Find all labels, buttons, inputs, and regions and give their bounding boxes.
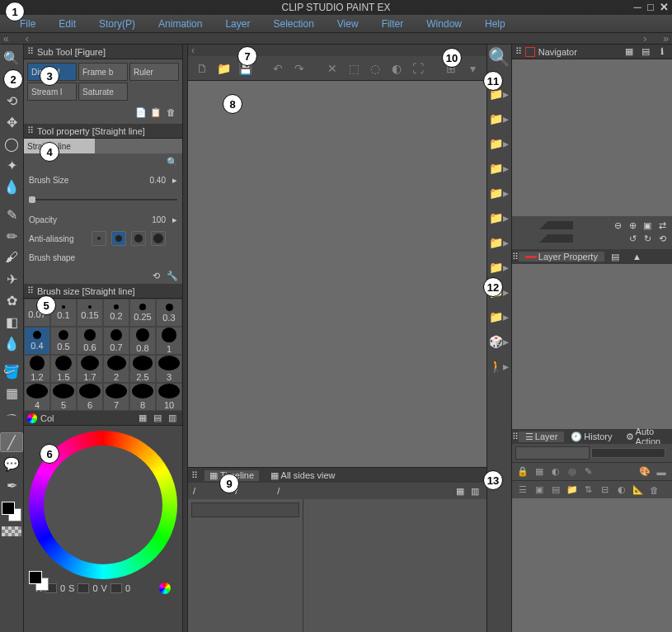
navigator-panel-header[interactable]: ⠿ Navigator ▦ ▤ ℹ bbox=[512, 45, 672, 59]
qa-material-icon[interactable]: 📁▸ bbox=[487, 208, 510, 228]
maximize-button[interactable]: □ bbox=[644, 0, 657, 13]
blend-mode-dropdown[interactable] bbox=[515, 446, 590, 460]
transfer-icon[interactable]: ⇅ bbox=[581, 483, 596, 498]
canvas-area[interactable] bbox=[188, 81, 486, 467]
move-tool-icon[interactable]: ✥ bbox=[0, 112, 23, 132]
marquee-tool-icon[interactable]: ◯ bbox=[0, 134, 23, 153]
subtool-ruler[interactable]: Ruler bbox=[129, 63, 179, 81]
brush-size-cell[interactable]: 5 bbox=[50, 383, 77, 411]
brush-size-cell[interactable]: 0.2 bbox=[103, 299, 129, 327]
correct-tool-icon[interactable]: ✒ bbox=[0, 475, 23, 495]
clear-icon[interactable]: ✕ bbox=[323, 59, 341, 78]
qa-pose-icon[interactable]: 🚶▸ bbox=[487, 356, 510, 376]
chevron-left-icon[interactable]: ‹ bbox=[191, 45, 195, 56]
color-tab-icon[interactable]: ▥ bbox=[166, 412, 179, 425]
wrench-icon[interactable]: 🔧 bbox=[166, 269, 179, 282]
qa-3d-icon[interactable]: 🎲▸ bbox=[487, 332, 510, 351]
draft-icon[interactable]: ✎ bbox=[581, 465, 596, 479]
lock-pixel-icon[interactable]: ▦ bbox=[532, 465, 547, 479]
zoom-in-icon[interactable]: ⊕ bbox=[626, 219, 639, 232]
open-file-icon[interactable]: 📁 bbox=[214, 59, 233, 78]
rotate-cw-icon[interactable]: ↻ bbox=[641, 232, 654, 245]
menu-view[interactable]: View bbox=[326, 18, 370, 30]
menu-icon[interactable]: ▾ bbox=[463, 59, 482, 78]
rotate-slider[interactable] bbox=[515, 234, 573, 243]
brush-size-slider[interactable] bbox=[29, 199, 177, 200]
brush-size-row[interactable]: Brush Size 0.40 ▸ bbox=[24, 170, 182, 190]
brush-size-cell[interactable]: 0.25 bbox=[129, 299, 156, 327]
subtool-frame-border[interactable]: Frame b bbox=[78, 63, 128, 81]
brush-size-cell[interactable]: 0.15 bbox=[77, 299, 103, 327]
subtool-delete-icon[interactable]: 🗑 bbox=[164, 106, 177, 119]
brush-size-cell[interactable]: 7 bbox=[103, 383, 129, 411]
layerprop-tab[interactable]: Layer Property bbox=[519, 252, 604, 262]
new-file-icon[interactable]: 🗋 bbox=[193, 59, 211, 78]
stepper-icon[interactable]: ▸ bbox=[172, 175, 177, 186]
menu-edit[interactable]: Edit bbox=[47, 18, 87, 30]
decoration-tool-icon[interactable]: ✿ bbox=[0, 290, 23, 310]
chevron-left-icon[interactable]: « bbox=[3, 33, 9, 45]
minimize-button[interactable]: ─ bbox=[631, 0, 644, 13]
wand-tool-icon[interactable]: ✦ bbox=[0, 155, 23, 175]
s-value[interactable] bbox=[78, 583, 89, 593]
brush-size-cell[interactable]: 1 bbox=[156, 327, 182, 355]
flip-icon[interactable]: ⇄ bbox=[656, 219, 669, 232]
brush-size-cell[interactable]: 3 bbox=[156, 355, 182, 383]
nav-tab-icon[interactable]: ▤ bbox=[639, 45, 652, 59]
figure-tool-icon[interactable]: ╱ bbox=[0, 432, 23, 452]
invert-icon[interactable]: ◐ bbox=[388, 59, 406, 78]
stepper-icon[interactable]: ▸ bbox=[172, 215, 177, 225]
layer-tab[interactable]: ☰ Layer bbox=[519, 432, 565, 442]
color-mode-icon[interactable] bbox=[159, 582, 171, 594]
transparent-swatch[interactable] bbox=[2, 526, 21, 536]
brush-size-cell[interactable]: 8 bbox=[129, 383, 156, 411]
menu-help[interactable]: Help bbox=[473, 18, 517, 30]
brush-size-cell[interactable]: 2.5 bbox=[129, 355, 156, 383]
deselect-icon[interactable]: ◌ bbox=[366, 59, 384, 78]
new-folder-icon[interactable]: 📁 bbox=[565, 483, 580, 498]
brush-size-cell[interactable]: 0.7 bbox=[103, 327, 129, 355]
color-tab-icon[interactable]: ▦ bbox=[136, 412, 149, 425]
select-all-icon[interactable]: ⬚ bbox=[345, 59, 363, 78]
aa-option-strong[interactable] bbox=[151, 231, 166, 246]
qa-material-icon[interactable]: 📁▸ bbox=[487, 307, 510, 327]
quick-access-icon[interactable]: 🔍 bbox=[487, 48, 510, 68]
magnifier-tool-icon[interactable]: 🔍 bbox=[0, 48, 23, 68]
chevron-right-icon[interactable]: › bbox=[643, 33, 646, 45]
tl-view-icon[interactable]: ▦ bbox=[453, 484, 467, 498]
navigator-view[interactable] bbox=[512, 59, 672, 216]
subtool-dup-icon[interactable]: 📋 bbox=[149, 106, 162, 119]
layerprop-tab3[interactable]: ▲ bbox=[626, 252, 648, 262]
blend-tool-icon[interactable]: 💧 bbox=[0, 333, 23, 353]
brush-size-cell[interactable]: 0.4 bbox=[24, 327, 50, 355]
rotate-tool-icon[interactable]: ⟲ bbox=[0, 91, 23, 111]
menu-animation[interactable]: Animation bbox=[147, 18, 214, 30]
subtool-panel-header[interactable]: ⠿ Sub Tool [Figure] bbox=[24, 45, 182, 59]
new-vector-icon[interactable]: ▤ bbox=[548, 483, 563, 498]
merge-icon[interactable]: ⊟ bbox=[598, 483, 613, 498]
timeline-track-area[interactable] bbox=[303, 499, 486, 632]
menu-filter[interactable]: Filter bbox=[370, 18, 416, 30]
brush-size-cell[interactable]: 0.8 bbox=[129, 327, 156, 355]
redo-icon[interactable]: ↷ bbox=[290, 59, 308, 78]
subtool-add-icon[interactable]: 📄 bbox=[134, 106, 148, 119]
layerprop-tab2[interactable]: ▤ bbox=[604, 252, 626, 262]
ruler-icon[interactable]: 📐 bbox=[631, 483, 646, 498]
history-tab[interactable]: 🕘 History bbox=[564, 432, 618, 442]
rotate-ccw-icon[interactable]: ↺ bbox=[626, 232, 639, 245]
zoom-slider[interactable] bbox=[515, 221, 573, 229]
zoom-out-icon[interactable]: ⊖ bbox=[611, 219, 624, 232]
fit-icon[interactable]: ▣ bbox=[641, 219, 654, 232]
curve-tool-icon[interactable]: ⌒ bbox=[0, 411, 23, 431]
close-button[interactable]: ✕ bbox=[657, 0, 670, 13]
brush-size-cell[interactable]: 10 bbox=[156, 383, 182, 411]
layer-list[interactable] bbox=[512, 498, 672, 632]
brush-size-cell[interactable]: 4 bbox=[24, 383, 50, 411]
color-tab-icon[interactable]: ▤ bbox=[151, 412, 164, 425]
eraser-tool-icon[interactable]: ◧ bbox=[0, 312, 23, 332]
nav-tab-icon[interactable]: ▦ bbox=[623, 45, 636, 59]
aa-option-weak[interactable] bbox=[111, 231, 126, 246]
color-panel-header[interactable]: Col ▦ ▤ ▥ bbox=[24, 411, 182, 426]
lock-icon[interactable]: 🔒 bbox=[515, 465, 530, 479]
qa-material-icon[interactable]: 📁▸ bbox=[487, 183, 510, 203]
